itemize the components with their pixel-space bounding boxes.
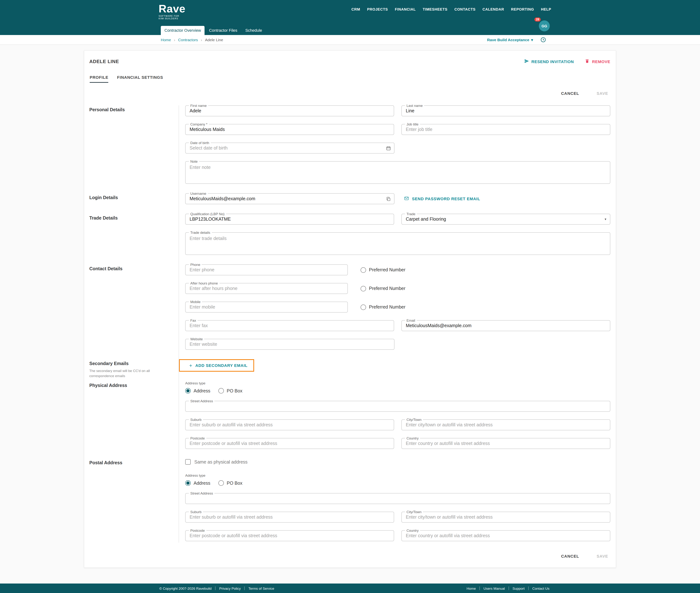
add-secondary-email-button[interactable]: + ADD SECONDARY EMAIL [180, 360, 253, 371]
username-input[interactable] [186, 196, 386, 201]
save-button-top[interactable]: SAVE [594, 91, 610, 96]
send-password-reset-button[interactable]: SEND PASSWORD RESET EMAIL [402, 196, 482, 202]
physical-postcode-field-wrap: Postcode [185, 438, 394, 449]
contractor-card: ADELE LINE RESEND INVITATION REMOVE [84, 50, 616, 568]
tab-contractor-files[interactable]: Contractor Files [205, 26, 241, 35]
email-input[interactable] [402, 323, 610, 328]
job-title-label: Job title [405, 122, 420, 126]
nav-financial[interactable]: FINANCIAL [395, 7, 416, 11]
page-title: ADELE LINE [89, 59, 119, 64]
section-login-details: Login Details Username [89, 193, 610, 214]
footer-users-manual-link[interactable]: Users Manual [484, 586, 505, 590]
address-type-option-address[interactable]: Address [185, 388, 210, 394]
breadcrumb-right: Rave Build Acceptance ▾ [487, 35, 549, 44]
breadcrumb-bar: Home › Contractors › Adele Line Rave Bui… [0, 35, 700, 45]
cancel-button-bottom[interactable]: CANCEL [559, 554, 581, 559]
resend-invitation-button[interactable]: RESEND INVITATION [524, 59, 574, 64]
website-field-wrap: Website [185, 339, 395, 350]
address-type-option-pobox[interactable]: PO Box [218, 388, 242, 394]
tab-profile[interactable]: PROFILE [90, 75, 108, 83]
cancel-button-top[interactable]: CANCEL [559, 91, 581, 96]
nav-contacts[interactable]: CONTACTS [454, 7, 476, 11]
privacy-policy-link[interactable]: Privacy Policy [219, 586, 241, 590]
address-radio[interactable] [185, 480, 191, 486]
physical-city-input[interactable] [402, 422, 610, 427]
divider [244, 586, 245, 590]
copy-icon[interactable] [386, 196, 391, 201]
qualification-field-wrap: Qualification (LBP No) [185, 214, 394, 225]
history-clock-icon[interactable] [540, 37, 546, 43]
breadcrumb-contractors[interactable]: Contractors [178, 38, 198, 42]
physical-country-field-wrap: Country [401, 438, 610, 449]
dob-label: Date of birth [189, 141, 211, 145]
remove-label: REMOVE [592, 59, 610, 64]
postal-suburb-input[interactable] [186, 515, 394, 520]
first-name-input[interactable] [186, 108, 394, 113]
trade-details-input[interactable] [186, 233, 610, 254]
dob-input[interactable] [186, 146, 386, 151]
tab-schedule[interactable]: Schedule [242, 26, 266, 35]
tab-financial-settings[interactable]: FINANCIAL SETTINGS [117, 75, 163, 83]
same-as-physical-option[interactable]: Same as physical address [185, 459, 610, 465]
breadcrumb-current: Adele Line [205, 38, 223, 42]
remove-button[interactable]: REMOVE [585, 59, 610, 64]
preferred-number-radio-after-hours[interactable] [361, 286, 366, 291]
bottom-action-row: CANCEL SAVE [89, 554, 610, 559]
footer-contact-us-link[interactable]: Contact Us [532, 586, 549, 590]
postal-postcode-input[interactable] [186, 533, 394, 538]
pobox-radio[interactable] [218, 388, 224, 394]
same-as-physical-checkbox[interactable] [185, 459, 191, 465]
note-input[interactable] [186, 162, 610, 184]
preferred-number-radio-mobile[interactable] [361, 304, 366, 310]
pobox-radio[interactable] [218, 480, 224, 486]
nav-timesheets[interactable]: TIMESHEETS [423, 7, 448, 11]
company-input[interactable] [186, 127, 394, 132]
nav-projects[interactable]: PROJECTS [367, 7, 388, 11]
preferred-number-radio-phone[interactable] [361, 267, 366, 273]
avatar[interactable]: GG [539, 21, 550, 31]
nav-calendar[interactable]: CALENDAR [483, 7, 504, 11]
job-title-input[interactable] [402, 127, 610, 132]
nav-reporting[interactable]: REPORTING [511, 7, 534, 11]
user-avatar[interactable]: 28 GG [539, 21, 550, 31]
logo-subtitle: SOFTWARE FOR KIWI BUILDERS [159, 15, 183, 20]
after-hours-input[interactable] [186, 286, 347, 291]
phone-input[interactable] [186, 267, 347, 272]
postal-street-input[interactable] [186, 496, 610, 501]
address-radio[interactable] [185, 388, 191, 394]
last-name-input[interactable] [402, 108, 610, 113]
nav-help[interactable]: HELP [541, 7, 551, 11]
section-postal-address: Postal Address Same as physical address … [89, 459, 610, 543]
workspace-name: Rave Build Acceptance [487, 38, 529, 42]
physical-postcode-input[interactable] [186, 441, 394, 446]
postal-country-input[interactable] [402, 533, 610, 538]
trade-select-wrap[interactable]: Trade Carpet and Flooring ▾ [401, 214, 610, 225]
postal-type-option-address[interactable]: Address [185, 480, 210, 486]
footer-home-link[interactable]: Home [467, 586, 476, 590]
website-input[interactable] [186, 342, 394, 347]
terms-of-service-link[interactable]: Terms of Service [248, 586, 274, 590]
mobile-input[interactable] [186, 305, 347, 310]
section-personal-details: Personal Details First name Last name [89, 106, 610, 193]
preferred-number-label: Preferred Number [369, 286, 405, 291]
postal-type-option-pobox[interactable]: PO Box [218, 480, 242, 486]
first-name-label: First name [189, 104, 208, 108]
city-label: City/Town [405, 418, 423, 422]
notification-badge: 28 [534, 17, 541, 22]
footer-support-link[interactable]: Support [512, 586, 525, 590]
qualification-input[interactable] [186, 216, 394, 222]
envelope-icon [404, 196, 409, 201]
fax-input[interactable] [186, 323, 394, 328]
physical-street-input[interactable] [186, 404, 610, 409]
phone-label: Phone [189, 263, 202, 267]
workspace-selector[interactable]: Rave Build Acceptance ▾ [487, 38, 533, 42]
calendar-icon[interactable] [386, 146, 391, 151]
save-button-bottom[interactable]: SAVE [594, 554, 610, 559]
tab-contractor-overview[interactable]: Contractor Overview [161, 26, 205, 35]
trade-details-label: Trade details [189, 231, 212, 235]
physical-country-input[interactable] [402, 441, 610, 446]
physical-suburb-input[interactable] [186, 422, 394, 427]
breadcrumb-home[interactable]: Home [161, 38, 171, 42]
nav-crm[interactable]: CRM [352, 7, 360, 11]
postal-city-input[interactable] [402, 515, 610, 520]
